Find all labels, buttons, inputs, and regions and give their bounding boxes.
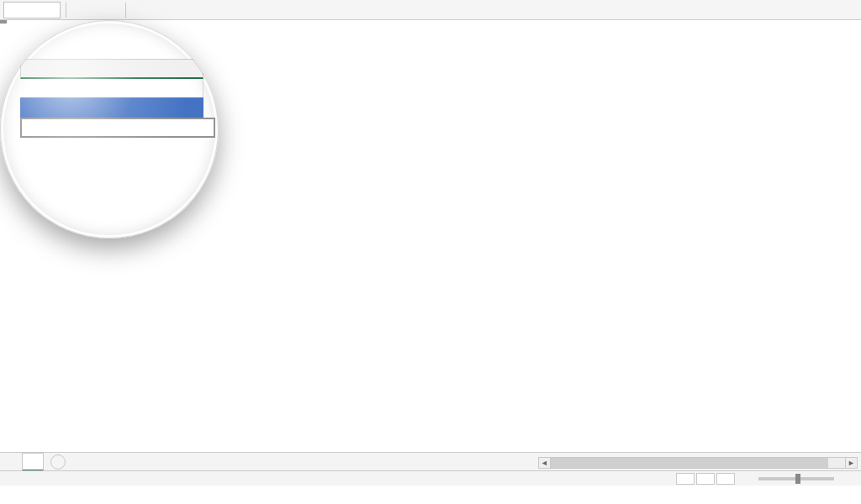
sheet-tab-sheet1[interactable] xyxy=(22,453,44,471)
magnifier xyxy=(0,20,219,239)
name-box[interactable] xyxy=(3,2,61,18)
status-bar xyxy=(0,470,861,486)
horizontal-scrollbar[interactable]: ◄ ► xyxy=(538,457,858,469)
separator xyxy=(125,3,126,18)
magnifier-col-header xyxy=(20,59,203,79)
formula-bar xyxy=(0,0,861,20)
confirm-formula-button[interactable] xyxy=(87,1,105,19)
magnifier-table-header xyxy=(20,97,203,118)
add-sheet-button[interactable] xyxy=(50,454,66,470)
view-page-layout-button[interactable] xyxy=(696,473,715,485)
view-page-break-button[interactable] xyxy=(716,473,735,485)
zoom-slider[interactable] xyxy=(758,477,834,480)
worksheet: ◄ ► xyxy=(0,20,861,486)
zoom-handle[interactable] xyxy=(795,474,800,484)
active-cell-editor[interactable] xyxy=(0,20,7,24)
magnifier-formula-cell xyxy=(20,118,215,138)
scroll-thumb[interactable] xyxy=(551,458,828,468)
scroll-right-icon[interactable]: ► xyxy=(845,458,857,468)
cancel-formula-button[interactable] xyxy=(68,1,87,19)
zoom-control xyxy=(745,477,856,480)
view-normal-button[interactable] xyxy=(676,473,695,485)
separator xyxy=(66,3,66,18)
scroll-left-icon[interactable]: ◄ xyxy=(539,458,551,468)
insert-function-button[interactable] xyxy=(105,1,124,19)
